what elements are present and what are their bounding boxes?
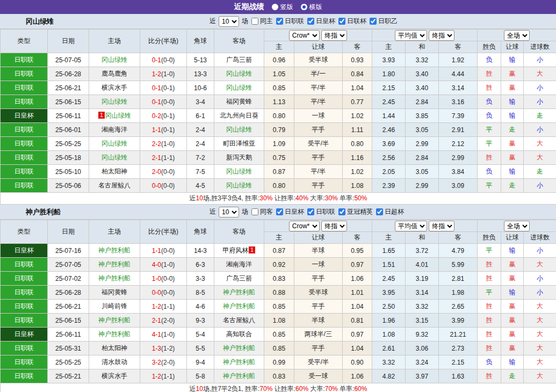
result-goals: 小 (524, 81, 556, 95)
odds-home: 0.80 (264, 179, 294, 193)
avg-draw: 3.97 (406, 369, 439, 383)
scope-select[interactable]: 全场 (504, 30, 530, 41)
same-venue-checkbox[interactable] (251, 208, 258, 215)
league-checkbox-2[interactable] (307, 208, 314, 215)
team-name: 高知联合 (226, 330, 252, 338)
summary-value: 10 (196, 194, 203, 202)
corner-stat: 9-3 (187, 314, 214, 328)
halftime-score: (0-1) (161, 112, 175, 120)
match-type: 日职联 (1, 165, 48, 179)
league-checkbox-3[interactable] (338, 208, 345, 215)
recent-count-select[interactable]: 10 (219, 16, 239, 27)
avg-draw: 3.32 (406, 300, 439, 314)
odds-home: 0.85 (264, 81, 294, 95)
sub-result: 胜负 (478, 41, 501, 53)
result-goals: 大 (524, 369, 556, 383)
recent-count-select[interactable]: 10 (219, 207, 239, 217)
radio-icon[interactable] (272, 4, 278, 10)
fulltime-score: 0-0 (152, 289, 161, 296)
vertical-layout-radio[interactable]: 竖版 (272, 3, 293, 12)
score: 0-0(0-0) (140, 179, 187, 193)
handicap-line: 平/半 (294, 81, 343, 95)
odds-away: 1.04 (343, 342, 372, 355)
odds-away: 1.08 (343, 179, 372, 193)
corner-stat: 7-2 (187, 151, 214, 165)
scope-select[interactable]: 全场 (504, 221, 530, 231)
match-row: 日职联25-07-05神户胜利船4-0(1-0)6-3湘南海洋0.92一球0.9… (1, 258, 556, 272)
league-checkbox-1[interactable] (276, 208, 283, 215)
result-handicap: 赢 (501, 137, 524, 151)
result-goals: 小 (524, 272, 556, 286)
match-type: 日职联 (1, 272, 48, 286)
match-row: 日职联25-07-02神户胜利船1-0(0-0)3-3广岛三箭0.83平手1.0… (1, 272, 556, 286)
bookmaker-select[interactable]: Crow* (289, 30, 320, 41)
league-checkbox-1[interactable] (276, 18, 283, 25)
fulltime-score: 4-1 (152, 331, 161, 338)
team-name: 冈山绿雉 (226, 70, 252, 77)
score: 1-2(1-1) (140, 300, 187, 314)
corner-stat: 7-5 (187, 165, 214, 179)
summary-value: 70% (325, 385, 338, 392)
match-row: 日职联25-07-05冈山绿雉0-1(0-0)5-13广岛三箭0.96受半球0.… (1, 53, 556, 67)
match-date: 25-05-25 (48, 137, 89, 151)
team-name-heading: 冈山绿雉 (26, 17, 54, 26)
league-checkbox-4[interactable] (370, 18, 377, 25)
match-type: 日职联 (1, 95, 48, 109)
horizontal-layout-radio[interactable]: 横版 (301, 3, 322, 12)
team-name: 冈山绿雉 (105, 112, 131, 119)
league-checkbox-2[interactable] (307, 18, 314, 25)
avg-draw: 3.05 (406, 165, 439, 179)
avg-draw: 2.99 (406, 179, 439, 193)
corner-stat: 14-3 (187, 244, 214, 258)
home-team: 神户胜利船 (89, 258, 140, 272)
result-handicap: 赢 (501, 151, 524, 165)
avg-away: 2.81 (439, 272, 478, 286)
fulltime-score: 1-0 (152, 275, 161, 282)
odds-home: 1.08 (264, 314, 294, 328)
radio-selected-icon[interactable] (301, 4, 307, 10)
avg-home: 2.50 (372, 300, 406, 314)
average-select[interactable]: 平均值 (395, 30, 427, 41)
avg-home: 3.69 (372, 137, 406, 151)
final-odds-select-1[interactable]: 终指 (321, 221, 347, 231)
halftime-score: (0-0) (161, 289, 175, 296)
result-outcome: 胜 (478, 314, 501, 328)
result-handicap: 赢 (501, 342, 524, 355)
avg-away: 1.92 (439, 53, 478, 67)
team-name: 神户胜利船 (98, 260, 131, 268)
sub-result-handicap: 让球 (501, 41, 524, 53)
away-team: 町田泽维亚 (214, 137, 264, 151)
handicap-line: 半球 (294, 244, 343, 258)
final-odds-select-1[interactable]: 终指 (321, 30, 347, 41)
avg-home: 1.65 (372, 244, 406, 258)
fulltime-score: 0-1 (152, 98, 161, 106)
average-select[interactable]: 平均值 (395, 221, 427, 231)
final-odds-select-2[interactable]: 终指 (429, 30, 454, 41)
handicap-line: 受平/半 (294, 137, 343, 151)
fulltime-score: 1-2 (152, 373, 161, 380)
result-goals: 大 (524, 355, 556, 369)
final-odds-select-2[interactable]: 终指 (429, 221, 454, 231)
score: 1-1(0-1) (140, 123, 187, 137)
same-venue-checkbox[interactable] (251, 18, 258, 25)
result-outcome: 胜 (478, 258, 501, 272)
match-date: 25-05-21 (48, 369, 89, 383)
league-checkbox-3[interactable] (338, 18, 345, 25)
league-label-3: 亚冠精英 (347, 207, 373, 216)
match-row: 日职联25-05-25清水鼓动3-2(2-0)9-4神户胜利船0.99受平/半0… (1, 355, 556, 369)
bookmaker-select[interactable]: Crow* (289, 221, 320, 231)
summary-label: 胜率: (243, 194, 260, 202)
avg-away: 3.16 (439, 95, 478, 109)
halftime-score: (0-0) (161, 56, 175, 64)
corner-stat: 10-6 (187, 81, 214, 95)
scope-header: 全场 (478, 30, 556, 41)
sub-away-odds: 客 (343, 232, 372, 244)
league-checkbox-4[interactable] (376, 208, 383, 215)
fulltime-score: 1-3 (152, 345, 161, 352)
col-away: 客场 (214, 220, 264, 244)
match-row: 日职联25-06-01湘南海洋1-1(0-1)2-4冈山绿雉0.79平手1.11… (1, 123, 556, 137)
odds-home: 0.85 (264, 300, 294, 314)
league-label-4: 日职乙 (378, 17, 398, 26)
team-name: 川崎前锋 (102, 302, 127, 310)
handicap-line: 平手 (294, 272, 343, 286)
